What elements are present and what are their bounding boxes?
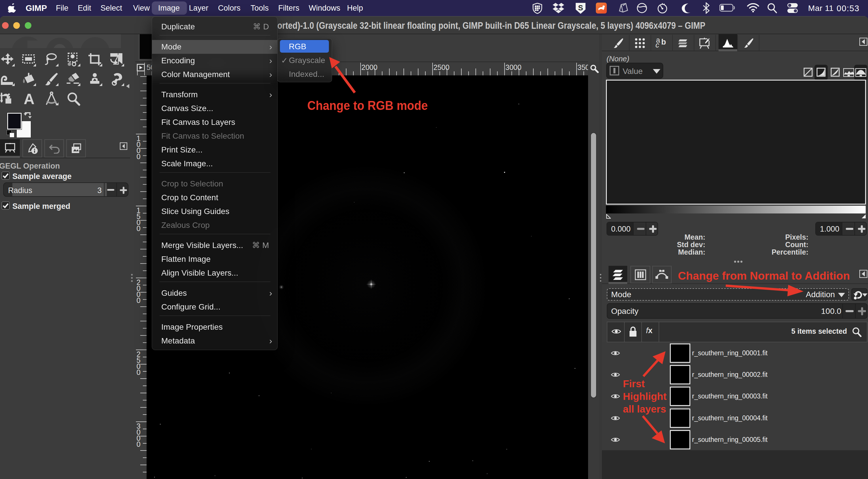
svg-text:S: S — [578, 3, 583, 12]
svg-text:A: A — [24, 92, 35, 106]
